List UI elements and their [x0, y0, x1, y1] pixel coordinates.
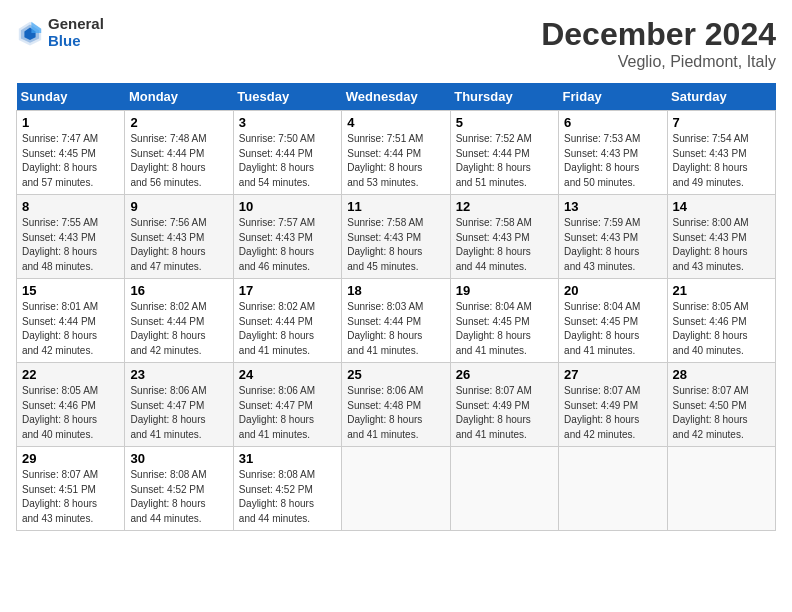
day-number: 12: [456, 199, 553, 214]
table-row: 24Sunrise: 8:06 AMSunset: 4:47 PMDayligh…: [233, 363, 341, 447]
daylight-minutes: and 41 minutes.: [130, 429, 201, 440]
sunrise-text: Sunrise: 8:02 AM: [239, 301, 315, 312]
sunset-text: Sunset: 4:52 PM: [239, 484, 313, 495]
sunset-text: Sunset: 4:45 PM: [456, 316, 530, 327]
sunset-text: Sunset: 4:44 PM: [347, 148, 421, 159]
sunset-text: Sunset: 4:43 PM: [239, 232, 313, 243]
sunset-text: Sunset: 4:50 PM: [673, 400, 747, 411]
day-number: 11: [347, 199, 444, 214]
day-number: 4: [347, 115, 444, 130]
sunset-text: Sunset: 4:43 PM: [130, 232, 204, 243]
table-row: 21Sunrise: 8:05 AMSunset: 4:46 PMDayligh…: [667, 279, 775, 363]
daylight-hours: Daylight: 8 hours: [130, 330, 205, 341]
day-info: Sunrise: 7:54 AMSunset: 4:43 PMDaylight:…: [673, 132, 770, 190]
daylight-minutes: and 41 minutes.: [456, 345, 527, 356]
daylight-hours: Daylight: 8 hours: [130, 162, 205, 173]
day-info: Sunrise: 7:50 AMSunset: 4:44 PMDaylight:…: [239, 132, 336, 190]
sunset-text: Sunset: 4:44 PM: [347, 316, 421, 327]
sunset-text: Sunset: 4:46 PM: [673, 316, 747, 327]
sunrise-text: Sunrise: 7:55 AM: [22, 217, 98, 228]
table-row: 17Sunrise: 8:02 AMSunset: 4:44 PMDayligh…: [233, 279, 341, 363]
sunrise-text: Sunrise: 8:06 AM: [130, 385, 206, 396]
day-info: Sunrise: 8:07 AMSunset: 4:49 PMDaylight:…: [564, 384, 661, 442]
day-number: 23: [130, 367, 227, 382]
col-monday: Monday: [125, 83, 233, 111]
sunrise-text: Sunrise: 7:54 AM: [673, 133, 749, 144]
day-number: 2: [130, 115, 227, 130]
sunrise-text: Sunrise: 7:50 AM: [239, 133, 315, 144]
day-info: Sunrise: 7:47 AMSunset: 4:45 PMDaylight:…: [22, 132, 119, 190]
daylight-minutes: and 43 minutes.: [22, 513, 93, 524]
sunrise-text: Sunrise: 8:07 AM: [673, 385, 749, 396]
sunset-text: Sunset: 4:43 PM: [564, 232, 638, 243]
sunset-text: Sunset: 4:43 PM: [22, 232, 96, 243]
daylight-hours: Daylight: 8 hours: [347, 414, 422, 425]
daylight-hours: Daylight: 8 hours: [564, 246, 639, 257]
day-info: Sunrise: 8:05 AMSunset: 4:46 PMDaylight:…: [673, 300, 770, 358]
sunrise-text: Sunrise: 8:00 AM: [673, 217, 749, 228]
table-row: 4Sunrise: 7:51 AMSunset: 4:44 PMDaylight…: [342, 111, 450, 195]
day-info: Sunrise: 8:07 AMSunset: 4:51 PMDaylight:…: [22, 468, 119, 526]
table-row: 25Sunrise: 8:06 AMSunset: 4:48 PMDayligh…: [342, 363, 450, 447]
table-row: [667, 447, 775, 531]
daylight-hours: Daylight: 8 hours: [22, 330, 97, 341]
day-number: 14: [673, 199, 770, 214]
logo-general-text: General: [48, 16, 104, 33]
daylight-minutes: and 51 minutes.: [456, 177, 527, 188]
day-info: Sunrise: 8:06 AMSunset: 4:48 PMDaylight:…: [347, 384, 444, 442]
table-row: [559, 447, 667, 531]
day-info: Sunrise: 8:07 AMSunset: 4:50 PMDaylight:…: [673, 384, 770, 442]
sunrise-text: Sunrise: 8:01 AM: [22, 301, 98, 312]
day-number: 17: [239, 283, 336, 298]
calendar-header-row: Sunday Monday Tuesday Wednesday Thursday…: [17, 83, 776, 111]
table-row: 6Sunrise: 7:53 AMSunset: 4:43 PMDaylight…: [559, 111, 667, 195]
col-tuesday: Tuesday: [233, 83, 341, 111]
day-info: Sunrise: 8:08 AMSunset: 4:52 PMDaylight:…: [239, 468, 336, 526]
sunset-text: Sunset: 4:46 PM: [22, 400, 96, 411]
day-info: Sunrise: 8:05 AMSunset: 4:46 PMDaylight:…: [22, 384, 119, 442]
sunrise-text: Sunrise: 7:51 AM: [347, 133, 423, 144]
daylight-minutes: and 41 minutes.: [564, 345, 635, 356]
daylight-hours: Daylight: 8 hours: [673, 414, 748, 425]
daylight-minutes: and 41 minutes.: [347, 429, 418, 440]
day-number: 26: [456, 367, 553, 382]
day-number: 25: [347, 367, 444, 382]
daylight-hours: Daylight: 8 hours: [130, 246, 205, 257]
calendar-week-row: 29Sunrise: 8:07 AMSunset: 4:51 PMDayligh…: [17, 447, 776, 531]
sunrise-text: Sunrise: 7:57 AM: [239, 217, 315, 228]
table-row: 13Sunrise: 7:59 AMSunset: 4:43 PMDayligh…: [559, 195, 667, 279]
sunrise-text: Sunrise: 7:58 AM: [347, 217, 423, 228]
table-row: 2Sunrise: 7:48 AMSunset: 4:44 PMDaylight…: [125, 111, 233, 195]
table-row: 29Sunrise: 8:07 AMSunset: 4:51 PMDayligh…: [17, 447, 125, 531]
daylight-hours: Daylight: 8 hours: [22, 246, 97, 257]
day-info: Sunrise: 7:58 AMSunset: 4:43 PMDaylight:…: [347, 216, 444, 274]
day-info: Sunrise: 8:08 AMSunset: 4:52 PMDaylight:…: [130, 468, 227, 526]
title-block: December 2024 Veglio, Piedmont, Italy: [541, 16, 776, 71]
table-row: 8Sunrise: 7:55 AMSunset: 4:43 PMDaylight…: [17, 195, 125, 279]
daylight-minutes: and 44 minutes.: [239, 513, 310, 524]
day-number: 16: [130, 283, 227, 298]
table-row: 31Sunrise: 8:08 AMSunset: 4:52 PMDayligh…: [233, 447, 341, 531]
sunrise-text: Sunrise: 8:04 AM: [564, 301, 640, 312]
table-row: 15Sunrise: 8:01 AMSunset: 4:44 PMDayligh…: [17, 279, 125, 363]
table-row: 26Sunrise: 8:07 AMSunset: 4:49 PMDayligh…: [450, 363, 558, 447]
daylight-minutes: and 47 minutes.: [130, 261, 201, 272]
table-row: 3Sunrise: 7:50 AMSunset: 4:44 PMDaylight…: [233, 111, 341, 195]
daylight-hours: Daylight: 8 hours: [347, 330, 422, 341]
calendar-week-row: 22Sunrise: 8:05 AMSunset: 4:46 PMDayligh…: [17, 363, 776, 447]
sunset-text: Sunset: 4:43 PM: [564, 148, 638, 159]
sunset-text: Sunset: 4:49 PM: [456, 400, 530, 411]
daylight-hours: Daylight: 8 hours: [564, 414, 639, 425]
sunrise-text: Sunrise: 8:02 AM: [130, 301, 206, 312]
sunrise-text: Sunrise: 8:05 AM: [22, 385, 98, 396]
sunrise-text: Sunrise: 8:08 AM: [239, 469, 315, 480]
day-info: Sunrise: 7:48 AMSunset: 4:44 PMDaylight:…: [130, 132, 227, 190]
logo-icon: [16, 19, 44, 47]
sunset-text: Sunset: 4:43 PM: [673, 232, 747, 243]
day-number: 15: [22, 283, 119, 298]
sunrise-text: Sunrise: 8:07 AM: [456, 385, 532, 396]
day-number: 1: [22, 115, 119, 130]
table-row: 23Sunrise: 8:06 AMSunset: 4:47 PMDayligh…: [125, 363, 233, 447]
day-number: 13: [564, 199, 661, 214]
calendar-week-row: 8Sunrise: 7:55 AMSunset: 4:43 PMDaylight…: [17, 195, 776, 279]
